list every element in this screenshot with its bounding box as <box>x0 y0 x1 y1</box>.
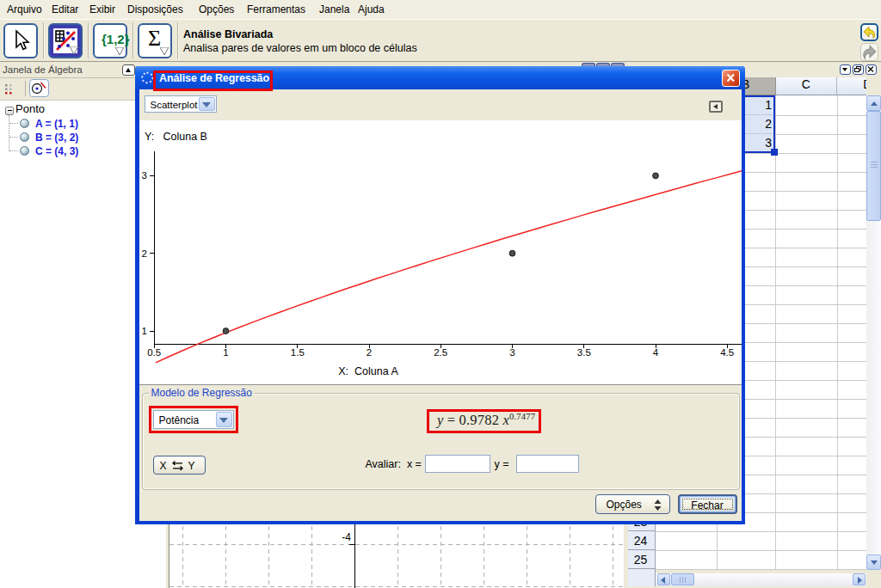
svg-text:2: 2 <box>366 347 371 358</box>
svg-text:1.5: 1.5 <box>290 347 304 358</box>
svg-text:4: 4 <box>652 347 658 358</box>
svg-text:X: Coluna A: X: Coluna A <box>338 365 398 377</box>
svg-text:3.5: 3.5 <box>576 347 590 358</box>
svg-text:1: 1 <box>141 326 146 336</box>
svg-text:3: 3 <box>509 347 514 358</box>
svg-text:4.5: 4.5 <box>720 347 734 358</box>
svg-text:0.5: 0.5 <box>147 347 161 358</box>
svg-text:2.5: 2.5 <box>434 347 447 358</box>
svg-text:-4: -4 <box>342 531 351 543</box>
svg-text:2: 2 <box>141 248 146 259</box>
svg-text:Y: Coluna B: Y: Coluna B <box>145 131 207 143</box>
svg-text:3: 3 <box>141 170 146 181</box>
svg-text:1: 1 <box>223 347 228 358</box>
